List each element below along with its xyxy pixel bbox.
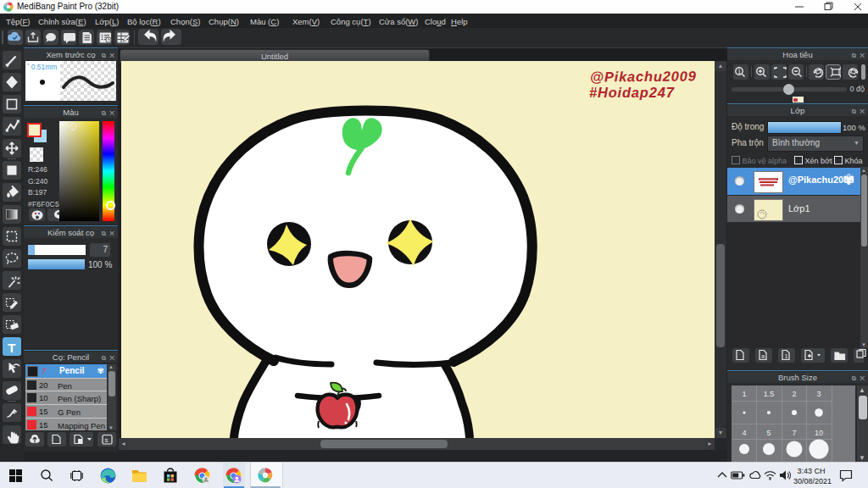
svg-text:1: 1 [785,352,788,360]
svg-text:5: 5 [766,429,771,437]
svg-text:T: T [8,341,16,355]
svg-text:s: s [105,436,108,444]
svg-text:3: 3 [816,390,821,398]
svg-text:7: 7 [792,429,796,437]
svg-text:10: 10 [815,429,823,437]
svg-text:a: a [761,352,765,360]
svg-text:1: 1 [742,390,746,398]
svg-text:4: 4 [742,429,746,437]
svg-text:2: 2 [792,390,796,398]
svg-text:1: 1 [737,69,741,75]
svg-text:1.5: 1.5 [764,390,775,398]
